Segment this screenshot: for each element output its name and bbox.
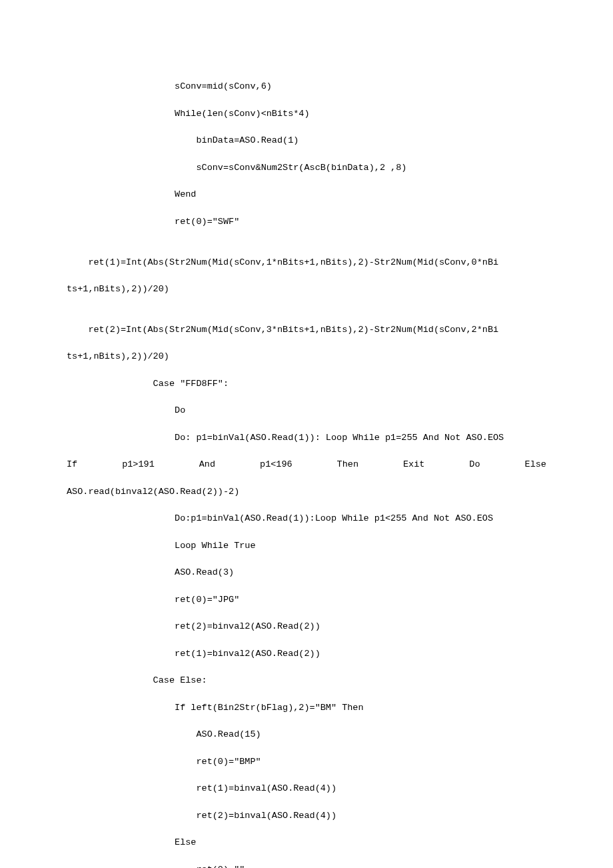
code-line: ASO.Read(15) xyxy=(67,728,546,741)
code-line: ret(2)=binval2(ASO.Read(2)) xyxy=(67,620,546,633)
code-line: ret(0)="JPG" xyxy=(67,593,546,607)
code-line: ts+1,nBits),2))/20) xyxy=(67,283,546,296)
code-line: ASO.read(binval2(ASO.Read(2))-2) xyxy=(67,485,546,499)
code-line: sConv=sConv&Num2Str(AscB(binData),2 ,8) xyxy=(67,161,546,175)
code-line: ret(1)=Int(Abs(Str2Num(Mid(sConv,1*nBits… xyxy=(67,256,546,269)
code-line: ret(0)="SWF" xyxy=(67,215,546,229)
code-word: Then xyxy=(337,458,358,471)
code-line: ASO.Read(3) xyxy=(67,566,546,579)
code-line: While(len(sConv)<nBits*4) xyxy=(67,107,546,121)
code-line-justified: If p1>191 And p1<196 Then Exit Do Else xyxy=(67,458,546,471)
code-line: ret(2)=binval(ASO.Read(4)) xyxy=(67,809,546,823)
code-line: Else xyxy=(67,836,546,849)
code-document: sConv=mid(sConv,6) While(len(sConv)<nBit… xyxy=(0,0,613,868)
code-word: If xyxy=(67,458,77,471)
code-line: ts+1,nBits),2))/20) xyxy=(67,350,546,363)
code-line: binData=ASO.Read(1) xyxy=(67,134,546,147)
code-line: Do:p1=binVal(ASO.Read(1)):Loop While p1<… xyxy=(67,512,546,525)
code-line: Do xyxy=(67,404,546,417)
code-line: ret(0)="BMP" xyxy=(67,755,546,769)
code-line: ret(1)=binval(ASO.Read(4)) xyxy=(67,782,546,795)
code-line: Case "FFD8FF": xyxy=(67,377,546,391)
code-line: ret(1)=binval2(ASO.Read(2)) xyxy=(67,647,546,661)
code-word: Do xyxy=(469,458,480,471)
code-line: sConv=mid(sConv,6) xyxy=(67,80,546,93)
code-line: Do: p1=binVal(ASO.Read(1)): Loop While p… xyxy=(67,431,546,445)
code-word: And xyxy=(199,458,215,471)
code-line: Case Else: xyxy=(67,674,546,687)
code-word: p1>191 xyxy=(122,458,155,471)
code-word: Exit xyxy=(403,458,424,471)
code-line: Loop While True xyxy=(67,539,546,553)
code-line: ret(0)="" xyxy=(67,863,546,868)
code-line: Wend xyxy=(67,188,546,201)
code-line: ret(2)=Int(Abs(Str2Num(Mid(sConv,3*nBits… xyxy=(67,323,546,337)
code-word: p1<196 xyxy=(260,458,293,471)
code-word: Else xyxy=(525,458,546,471)
code-line: If left(Bin2Str(bFlag),2)="BM" Then xyxy=(67,701,546,715)
